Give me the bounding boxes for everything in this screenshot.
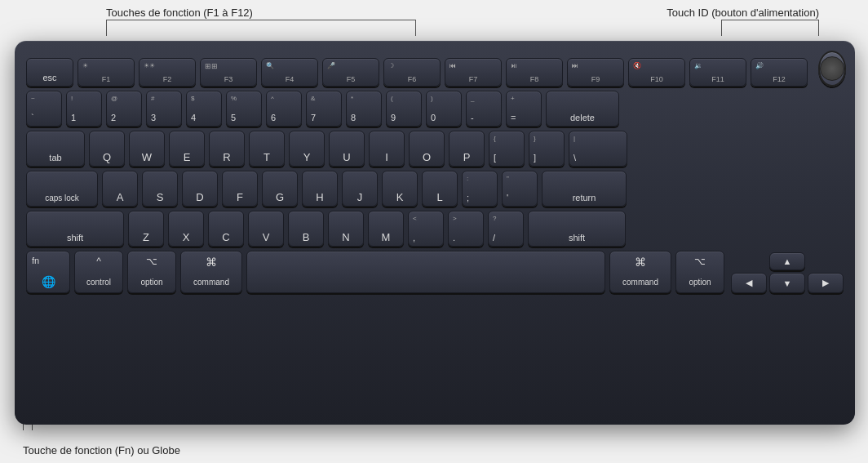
key-backtick[interactable]: ~ ` [26,91,62,127]
key-a[interactable]: A [102,171,138,207]
home-row: caps lock A S D F G H J K L : ; " ' retu… [26,171,844,207]
key-delete[interactable]: delete [546,91,619,127]
key-l[interactable]: L [422,171,458,207]
bracket-touchid [721,20,819,36]
key-space[interactable] [246,251,605,293]
key-f7[interactable]: ⏮ F7 [445,58,502,87]
keyboard: esc ☀ F1 ☀☀ F2 ⊞⊞ F3 🔍 F4 🎤 F5 ☽ F6 ⏮ F7 [15,41,855,425]
key-arrow-down[interactable]: ▼ [769,273,805,293]
key-f4[interactable]: 🔍 F4 [261,58,318,87]
key-backslash[interactable]: | \ [569,131,627,167]
key-option-right[interactable]: ⌥ option [675,251,724,293]
key-8[interactable]: * 8 [346,91,382,127]
key-semicolon[interactable]: : ; [462,171,498,207]
key-f12[interactable]: 🔊 F12 [751,58,808,87]
key-b[interactable]: B [288,211,324,247]
key-f11[interactable]: 🔉 F11 [689,58,746,87]
key-f1[interactable]: ☀ F1 [78,58,135,87]
key-touchid[interactable] [818,51,846,87]
key-arrow-left[interactable]: ◀ [731,273,767,293]
key-j[interactable]: J [342,171,378,207]
key-2[interactable]: @ 2 [106,91,142,127]
key-equals[interactable]: + = [506,91,542,127]
key-control[interactable]: ^ control [74,251,123,293]
key-arrow-right[interactable]: ▶ [808,273,844,293]
key-d[interactable]: D [182,171,218,207]
fn-row: esc ☀ F1 ☀☀ F2 ⊞⊞ F3 🔍 F4 🎤 F5 ☽ F6 ⏮ F7 [26,51,844,87]
key-tab[interactable]: tab [26,131,85,167]
key-x[interactable]: X [168,211,204,247]
key-p[interactable]: P [449,131,485,167]
key-5[interactable]: % 5 [226,91,262,127]
key-right-bracket[interactable]: } ] [529,131,565,167]
key-t[interactable]: T [249,131,285,167]
key-m[interactable]: M [368,211,404,247]
key-o[interactable]: O [409,131,445,167]
qwerty-row: tab Q W E R T Y U I O P { [ } ] | \ [26,131,844,167]
key-f2[interactable]: ☀☀ F2 [139,58,196,87]
key-7[interactable]: & 7 [306,91,342,127]
key-f5[interactable]: 🎤 F5 [322,58,379,87]
key-f[interactable]: F [222,171,258,207]
key-r[interactable]: R [209,131,245,167]
key-9[interactable]: ( 9 [386,91,422,127]
key-f3[interactable]: ⊞⊞ F3 [200,58,257,87]
key-0[interactable]: ) 0 [426,91,462,127]
number-row: ~ ` ! 1 @ 2 # 3 $ 4 % 5 ^ 6 & 7 [26,91,844,127]
key-command-left[interactable]: ⌘ command [180,251,242,293]
key-comma[interactable]: < , [408,211,444,247]
key-caps-lock[interactable]: caps lock [26,171,98,207]
key-arrow-up[interactable]: ▲ [769,252,805,270]
bracket-fn-keys [106,20,416,36]
key-w[interactable]: W [129,131,165,167]
arrow-keys: ▲ ◀ ▼ ▶ [731,252,844,293]
key-option-left[interactable]: ⌥ option [127,251,176,293]
key-1[interactable]: ! 1 [66,91,102,127]
key-shift-left[interactable]: shift [26,211,124,247]
key-f8[interactable]: ⏯ F8 [506,58,563,87]
key-4[interactable]: $ 4 [186,91,222,127]
key-6[interactable]: ^ 6 [266,91,302,127]
key-period[interactable]: > . [448,211,484,247]
touchid-sensor [820,56,844,81]
key-quote[interactable]: " ' [502,171,538,207]
label-fn-keys: Touches de fonction (F1 à F12) [106,7,253,19]
key-f10[interactable]: 🔇 F10 [628,58,685,87]
key-shift-right[interactable]: shift [528,211,626,247]
key-command-right[interactable]: ⌘ command [609,251,671,293]
key-3[interactable]: # 3 [146,91,182,127]
label-touchid: Touch ID (bouton d'alimentation) [666,7,819,19]
key-u[interactable]: U [329,131,365,167]
key-z[interactable]: Z [128,211,164,247]
key-v[interactable]: V [248,211,284,247]
key-n[interactable]: N [328,211,364,247]
bottom-row: fn 🌐 ^ control ⌥ option ⌘ command ⌘ comm… [26,251,844,293]
key-fn-globe[interactable]: fn 🌐 [26,251,70,293]
key-minus[interactable]: _ - [466,91,502,127]
shift-row: shift Z X C V B N M < , > . ? / shift [26,211,844,247]
key-k[interactable]: K [382,171,418,207]
key-f9[interactable]: ⏭ F9 [567,58,624,87]
key-q[interactable]: Q [89,131,125,167]
key-esc[interactable]: esc [26,58,73,87]
key-y[interactable]: Y [289,131,325,167]
key-slash[interactable]: ? / [488,211,524,247]
key-return[interactable]: return [542,171,627,207]
label-globe: Touche de fonction (Fn) ou Globe [23,444,180,456]
key-h[interactable]: H [302,171,338,207]
key-g[interactable]: G [262,171,298,207]
key-e[interactable]: E [169,131,205,167]
key-c[interactable]: C [208,211,244,247]
key-s[interactable]: S [142,171,178,207]
key-f6[interactable]: ☽ F6 [383,58,441,87]
key-left-bracket[interactable]: { [ [489,131,525,167]
key-i[interactable]: I [369,131,405,167]
